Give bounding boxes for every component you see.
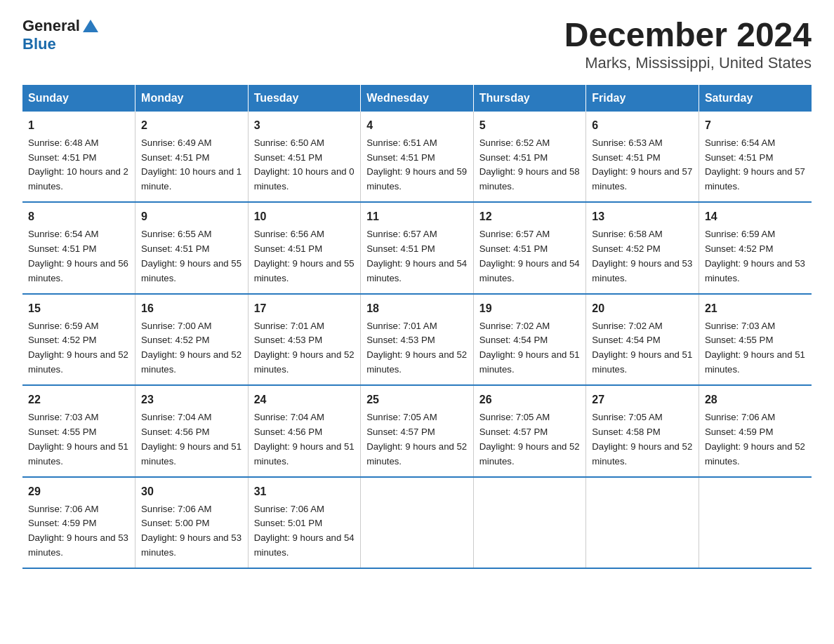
day-info: Sunrise: 7:00 AMSunset: 4:52 PMDaylight:… bbox=[141, 321, 241, 375]
day-number: 5 bbox=[479, 117, 581, 135]
day-number: 3 bbox=[254, 117, 355, 135]
day-info: Sunrise: 6:53 AMSunset: 4:51 PMDaylight:… bbox=[592, 137, 692, 192]
page-title: December 2024 bbox=[564, 17, 812, 54]
day-number: 8 bbox=[28, 208, 129, 226]
header-wednesday: Wednesday bbox=[361, 85, 474, 112]
calendar-header: SundayMondayTuesdayWednesdayThursdayFrid… bbox=[22, 85, 812, 112]
day-info: Sunrise: 7:06 AMSunset: 5:01 PMDaylight:… bbox=[254, 504, 355, 558]
calendar-cell bbox=[586, 477, 699, 568]
day-info: Sunrise: 7:03 AMSunset: 4:55 PMDaylight:… bbox=[28, 412, 128, 467]
day-number: 1 bbox=[28, 117, 129, 135]
day-info: Sunrise: 7:06 AMSunset: 4:59 PMDaylight:… bbox=[28, 504, 128, 558]
day-number: 31 bbox=[254, 483, 355, 501]
calendar-cell: 31Sunrise: 7:06 AMSunset: 5:01 PMDayligh… bbox=[248, 477, 361, 568]
day-number: 4 bbox=[366, 117, 468, 135]
day-number: 6 bbox=[592, 117, 693, 135]
day-number: 14 bbox=[705, 208, 806, 226]
calendar-cell: 29Sunrise: 7:06 AMSunset: 4:59 PMDayligh… bbox=[22, 477, 135, 568]
calendar-cell: 18Sunrise: 7:01 AMSunset: 4:53 PMDayligh… bbox=[361, 294, 474, 385]
calendar-cell: 12Sunrise: 6:57 AMSunset: 4:51 PMDayligh… bbox=[473, 202, 586, 293]
day-info: Sunrise: 6:58 AMSunset: 4:52 PMDaylight:… bbox=[592, 229, 692, 283]
day-number: 23 bbox=[141, 391, 242, 409]
header-sunday: Sunday bbox=[22, 85, 135, 112]
calendar-week-3: 15Sunrise: 6:59 AMSunset: 4:52 PMDayligh… bbox=[22, 294, 812, 385]
day-info: Sunrise: 7:04 AMSunset: 4:56 PMDaylight:… bbox=[254, 412, 355, 467]
day-info: Sunrise: 7:05 AMSunset: 4:57 PMDaylight:… bbox=[366, 412, 467, 467]
calendar-cell: 3Sunrise: 6:50 AMSunset: 4:51 PMDaylight… bbox=[248, 112, 361, 202]
header-tuesday: Tuesday bbox=[248, 85, 361, 112]
header-row: SundayMondayTuesdayWednesdayThursdayFrid… bbox=[22, 85, 812, 112]
day-info: Sunrise: 7:06 AMSunset: 5:00 PMDaylight:… bbox=[141, 504, 241, 558]
day-info: Sunrise: 7:02 AMSunset: 4:54 PMDaylight:… bbox=[592, 321, 692, 375]
calendar-cell: 19Sunrise: 7:02 AMSunset: 4:54 PMDayligh… bbox=[473, 294, 586, 385]
logo-blue: Blue bbox=[22, 35, 56, 53]
calendar-table: SundayMondayTuesdayWednesdayThursdayFrid… bbox=[22, 85, 812, 569]
day-number: 29 bbox=[28, 483, 129, 501]
calendar-cell: 26Sunrise: 7:05 AMSunset: 4:57 PMDayligh… bbox=[473, 385, 586, 476]
day-info: Sunrise: 6:57 AMSunset: 4:51 PMDaylight:… bbox=[366, 229, 467, 283]
calendar-cell: 4Sunrise: 6:51 AMSunset: 4:51 PMDaylight… bbox=[361, 112, 474, 202]
day-info: Sunrise: 7:05 AMSunset: 4:58 PMDaylight:… bbox=[592, 412, 692, 467]
page-subtitle: Marks, Mississippi, United States bbox=[564, 54, 812, 72]
calendar-cell: 8Sunrise: 6:54 AMSunset: 4:51 PMDaylight… bbox=[22, 202, 135, 293]
page-header: General Blue December 2024 Marks, Missis… bbox=[22, 17, 812, 72]
calendar-cell bbox=[699, 477, 812, 568]
calendar-cell: 10Sunrise: 6:56 AMSunset: 4:51 PMDayligh… bbox=[248, 202, 361, 293]
calendar-cell: 25Sunrise: 7:05 AMSunset: 4:57 PMDayligh… bbox=[361, 385, 474, 476]
calendar-cell: 14Sunrise: 6:59 AMSunset: 4:52 PMDayligh… bbox=[699, 202, 812, 293]
logo-triangle-icon bbox=[83, 20, 98, 32]
day-number: 25 bbox=[366, 391, 468, 409]
calendar-week-4: 22Sunrise: 7:03 AMSunset: 4:55 PMDayligh… bbox=[22, 385, 812, 476]
header-monday: Monday bbox=[135, 85, 249, 112]
calendar-cell: 16Sunrise: 7:00 AMSunset: 4:52 PMDayligh… bbox=[135, 294, 249, 385]
calendar-cell: 9Sunrise: 6:55 AMSunset: 4:51 PMDaylight… bbox=[135, 202, 249, 293]
day-info: Sunrise: 7:01 AMSunset: 4:53 PMDaylight:… bbox=[366, 321, 467, 375]
calendar-cell: 11Sunrise: 6:57 AMSunset: 4:51 PMDayligh… bbox=[361, 202, 474, 293]
day-number: 9 bbox=[141, 208, 242, 226]
day-number: 21 bbox=[705, 300, 806, 318]
day-number: 7 bbox=[705, 117, 806, 135]
day-info: Sunrise: 7:02 AMSunset: 4:54 PMDaylight:… bbox=[479, 321, 580, 375]
calendar-cell: 27Sunrise: 7:05 AMSunset: 4:58 PMDayligh… bbox=[586, 385, 699, 476]
calendar-week-1: 1Sunrise: 6:48 AMSunset: 4:51 PMDaylight… bbox=[22, 112, 812, 202]
day-number: 10 bbox=[254, 208, 355, 226]
calendar-cell: 13Sunrise: 6:58 AMSunset: 4:52 PMDayligh… bbox=[586, 202, 699, 293]
day-number: 28 bbox=[705, 391, 806, 409]
day-info: Sunrise: 7:04 AMSunset: 4:56 PMDaylight:… bbox=[141, 412, 241, 467]
day-number: 15 bbox=[28, 300, 129, 318]
day-info: Sunrise: 7:05 AMSunset: 4:57 PMDaylight:… bbox=[479, 412, 580, 467]
day-number: 22 bbox=[28, 391, 129, 409]
day-info: Sunrise: 7:01 AMSunset: 4:53 PMDaylight:… bbox=[254, 321, 355, 375]
calendar-cell: 24Sunrise: 7:04 AMSunset: 4:56 PMDayligh… bbox=[248, 385, 361, 476]
calendar-cell: 30Sunrise: 7:06 AMSunset: 5:00 PMDayligh… bbox=[135, 477, 249, 568]
calendar-cell: 5Sunrise: 6:52 AMSunset: 4:51 PMDaylight… bbox=[473, 112, 586, 202]
calendar-week-2: 8Sunrise: 6:54 AMSunset: 4:51 PMDaylight… bbox=[22, 202, 812, 293]
calendar-cell bbox=[361, 477, 474, 568]
day-info: Sunrise: 6:51 AMSunset: 4:51 PMDaylight:… bbox=[366, 137, 467, 192]
day-number: 24 bbox=[254, 391, 355, 409]
calendar-cell: 6Sunrise: 6:53 AMSunset: 4:51 PMDaylight… bbox=[586, 112, 699, 202]
day-info: Sunrise: 7:06 AMSunset: 4:59 PMDaylight:… bbox=[705, 412, 805, 467]
day-number: 11 bbox=[366, 208, 468, 226]
day-number: 18 bbox=[366, 300, 468, 318]
day-info: Sunrise: 6:59 AMSunset: 4:52 PMDaylight:… bbox=[28, 321, 128, 375]
svg-marker-0 bbox=[83, 20, 98, 32]
calendar-cell: 23Sunrise: 7:04 AMSunset: 4:56 PMDayligh… bbox=[135, 385, 249, 476]
calendar-cell: 15Sunrise: 6:59 AMSunset: 4:52 PMDayligh… bbox=[22, 294, 135, 385]
day-info: Sunrise: 6:50 AMSunset: 4:51 PMDaylight:… bbox=[254, 137, 355, 192]
calendar-cell: 17Sunrise: 7:01 AMSunset: 4:53 PMDayligh… bbox=[248, 294, 361, 385]
day-info: Sunrise: 6:54 AMSunset: 4:51 PMDaylight:… bbox=[28, 229, 128, 283]
day-number: 16 bbox=[141, 300, 242, 318]
day-info: Sunrise: 6:57 AMSunset: 4:51 PMDaylight:… bbox=[479, 229, 580, 283]
header-saturday: Saturday bbox=[699, 85, 812, 112]
day-info: Sunrise: 6:54 AMSunset: 4:51 PMDaylight:… bbox=[705, 137, 805, 192]
title-block: December 2024 Marks, Mississippi, United… bbox=[564, 17, 812, 72]
day-number: 19 bbox=[479, 300, 581, 318]
day-number: 12 bbox=[479, 208, 581, 226]
header-thursday: Thursday bbox=[473, 85, 586, 112]
day-number: 26 bbox=[479, 391, 581, 409]
calendar-cell: 28Sunrise: 7:06 AMSunset: 4:59 PMDayligh… bbox=[699, 385, 812, 476]
calendar-cell: 7Sunrise: 6:54 AMSunset: 4:51 PMDaylight… bbox=[699, 112, 812, 202]
day-number: 17 bbox=[254, 300, 355, 318]
day-number: 2 bbox=[141, 117, 242, 135]
